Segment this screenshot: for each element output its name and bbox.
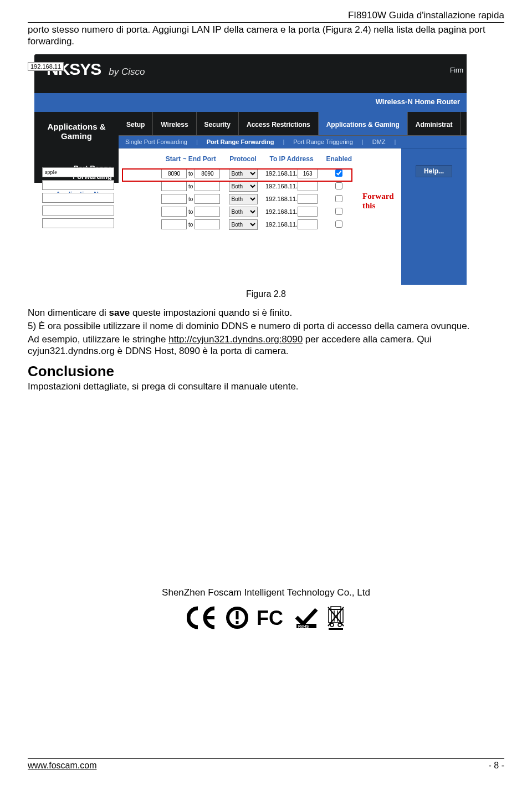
company-footer: ShenZhen Foscam Intelligent Technology C… [0, 587, 532, 630]
forward-annotation: Forward this [362, 192, 401, 211]
ip-suffix-input[interactable] [298, 194, 318, 204]
protocol-select[interactable]: Both [229, 194, 258, 204]
subtab-dmz[interactable]: DMZ [372, 138, 386, 145]
end-port-input[interactable] [195, 194, 220, 204]
conclusion-heading: Conclusione [28, 363, 504, 380]
port-forward-table: Start ~ End Port Protocol To IP Address … [123, 154, 356, 231]
ip-box: 192.168.11 [28, 62, 64, 71]
router-center: Setup Wireless Security Access Restricti… [119, 112, 467, 285]
svg-rect-2 [236, 611, 239, 619]
example-paragraph: Ad esempio, utilizzare le stringhe http:… [28, 334, 504, 358]
ip-prefix: 192.168.11. [265, 170, 298, 177]
router-table-area: Start ~ End Port Protocol To IP Address … [119, 148, 401, 285]
text: Ad esempio, utilizzare le stringhe [28, 334, 168, 345]
text: Non dimenticare di [28, 307, 109, 318]
end-port-input[interactable] [195, 168, 220, 178]
enabled-checkbox[interactable] [335, 220, 342, 228]
svg-rect-17 [329, 628, 343, 630]
end-port-input[interactable] [195, 219, 220, 229]
svg-point-14 [338, 623, 341, 627]
ip-suffix-input[interactable] [298, 207, 318, 217]
tab-admin[interactable]: Administrat [408, 112, 461, 135]
rohs-icon: RoHS [294, 606, 319, 629]
router-ui: 192.168.11 NKSYS by Cisco Firm Wireless-… [34, 54, 467, 285]
company-name: ShenZhen Foscam Intelligent Technology C… [0, 587, 532, 598]
ip-prefix: 192.168.11. [265, 208, 298, 215]
tab-setup[interactable]: Setup [119, 112, 153, 135]
enabled-checkbox[interactable] [335, 182, 342, 189]
enabled-checkbox[interactable] [335, 170, 342, 177]
ip-suffix-input[interactable] [298, 168, 318, 178]
start-port-input[interactable] [161, 181, 187, 191]
table-header-row: Start ~ End Port Protocol To IP Address … [123, 154, 356, 167]
start-port-input[interactable] [161, 219, 187, 229]
app-name-input[interactable] [42, 206, 114, 216]
enabled-checkbox[interactable] [335, 208, 342, 215]
tab-wireless[interactable]: Wireless [153, 112, 196, 135]
to-label: to [188, 183, 193, 189]
text: queste impostazioni quando si è finito. [130, 307, 292, 318]
firmware-label: Firm [450, 66, 463, 74]
start-port-input[interactable] [161, 207, 187, 217]
end-port-input[interactable] [195, 181, 220, 191]
to-label: to [188, 222, 193, 228]
col-start-end: Start ~ End Port [156, 154, 225, 167]
brand-by-text: by Cisco [109, 66, 145, 78]
ip-suffix-input[interactable] [298, 219, 318, 229]
ip-prefix: 192.168.11. [265, 196, 298, 202]
app-name-input[interactable] [42, 193, 114, 203]
svg-text:FC: FC [257, 607, 283, 629]
sidebar-section-title: Applications & Gaming [34, 112, 119, 143]
router-rightpanel: Help... [401, 148, 467, 285]
app-name-input[interactable] [42, 167, 114, 177]
table-row: to Both 192.168.11. [123, 180, 356, 193]
start-port-input[interactable] [161, 168, 187, 178]
app-name-input[interactable] [42, 180, 114, 190]
start-port-input[interactable] [161, 194, 187, 204]
bold-text: save [109, 307, 130, 318]
conclusion-paragraph: Impostazioni dettagliate, si prega di co… [28, 381, 504, 392]
router-topbar: NKSYS by Cisco Firm [34, 54, 467, 93]
end-port-input[interactable] [195, 207, 220, 217]
svg-rect-12 [331, 607, 341, 609]
footer-page-number: - 8 - [489, 761, 504, 771]
page-footer: www.foscam.com - 8 - [28, 758, 504, 771]
ip-prefix: 192.168.11. [265, 221, 298, 228]
doc-header: FI8910W Guida d'installazione rapida [28, 10, 504, 23]
weee-bin-icon [326, 605, 345, 630]
subtab-port-range-trig[interactable]: Port Range Triggering [293, 138, 353, 145]
cert-logos: FC RoHS [0, 605, 532, 630]
svg-text:RoHS: RoHS [298, 624, 309, 628]
col-enabled: Enabled [322, 154, 356, 167]
subtab-port-range-fwd[interactable]: Port Range Forwarding [207, 138, 274, 145]
svg-point-13 [330, 623, 334, 627]
to-label: to [188, 209, 193, 215]
step5-paragraph: 5) È ora possibile utilizzare il nome di… [28, 320, 504, 332]
protocol-select[interactable]: Both [229, 181, 258, 192]
ce-icon [187, 606, 218, 629]
protocol-select[interactable]: Both [229, 219, 258, 230]
sep-icon: | [362, 138, 364, 145]
protocol-select[interactable]: Both [229, 168, 258, 179]
sep-icon: | [196, 138, 198, 145]
help-button[interactable]: Help... [416, 165, 452, 177]
enabled-checkbox[interactable] [335, 195, 342, 202]
tab-security[interactable]: Security [197, 112, 239, 135]
reminder-paragraph: Non dimenticare di save queste impostazi… [28, 307, 504, 319]
protocol-select[interactable]: Both [229, 207, 258, 217]
col-ip: To IP Address [261, 154, 323, 167]
intro-paragraph: porto stesso numero di porta. Aggiungi L… [28, 24, 504, 48]
table-row: to Both 192.168.11. [123, 193, 356, 206]
svg-rect-3 [236, 621, 239, 624]
fcc-icon: FC [257, 606, 287, 629]
example-url: http://cyjun321.dyndns.org:8090 [168, 334, 303, 345]
ip-suffix-input[interactable] [298, 181, 318, 191]
ip-prefix: 192.168.11. [265, 183, 298, 189]
svg-rect-0 [207, 616, 214, 619]
subtab-single-port[interactable]: Single Port Forwarding [125, 138, 187, 145]
router-subtabs: Single Port Forwarding | Port Range Forw… [119, 136, 467, 148]
circle-exclaim-icon [226, 606, 249, 629]
tab-access[interactable]: Access Restrictions [239, 112, 319, 135]
tab-apps-gaming[interactable]: Applications & Gaming [319, 112, 408, 135]
app-name-input[interactable] [42, 218, 114, 228]
